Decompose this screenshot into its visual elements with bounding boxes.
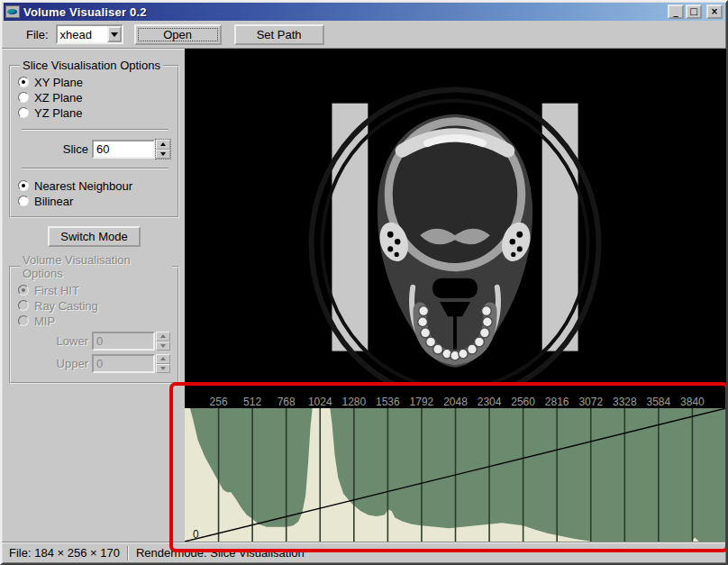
lower-spin-down-button [156, 342, 170, 351]
histogram-tick-label: 1024 [308, 396, 332, 408]
radio-xz-plane[interactable]: XZ Plane [18, 90, 172, 105]
upper-spin-up-button [156, 354, 170, 364]
histogram-tick-label: 2048 [443, 396, 468, 408]
chevron-down-icon [111, 32, 118, 37]
histogram-tick-label: 768 [278, 396, 296, 408]
lower-input: 0 [92, 332, 155, 351]
upper-input: 0 [92, 354, 155, 373]
radio-xy-plane[interactable]: XY Plane [18, 75, 172, 89]
control-panel: Slice Visualisation Options XY Plane XZ … [2, 49, 185, 542]
volume-options-group: Volume Visualisation Options First HIT R… [9, 253, 179, 384]
histogram-zero-label: 0 [193, 528, 199, 541]
separator [22, 129, 168, 131]
histogram-axis-labels: 2565127681024128015361792204823042560281… [185, 386, 726, 408]
arrow-up-icon [160, 334, 166, 338]
radio-icon [18, 180, 29, 191]
render-viewport[interactable]: 2565127681024128015361792204823042560281… [185, 49, 726, 542]
histogram-tick-label: 1536 [376, 396, 400, 408]
open-button[interactable]: Open [134, 24, 222, 45]
status-separator [127, 546, 129, 560]
radio-icon [18, 300, 29, 311]
arrow-down-icon [160, 152, 166, 156]
status-render-mode: Rendermode: Slice Visualisation [136, 546, 305, 560]
minimize-icon: _ [674, 7, 678, 16]
file-combobox-value: xhead [58, 28, 107, 41]
slice-label: Slice [63, 142, 88, 156]
app-icon [5, 5, 20, 18]
histogram-tick-label: 1280 [341, 396, 366, 408]
file-combobox[interactable]: xhead [56, 24, 123, 44]
histogram-tick-label: 3072 [578, 396, 603, 408]
radio-icon [18, 107, 29, 118]
slice-spin-buttons [156, 140, 170, 159]
close-icon: × [711, 7, 718, 16]
lower-spin-up-button [156, 332, 170, 342]
ct-slice-image [185, 49, 726, 386]
radio-bilinear[interactable]: Bilinear [18, 194, 172, 208]
histogram-tick-label: 3840 [680, 396, 705, 408]
upper-spinner-row: Upper 0 [18, 354, 170, 373]
radio-icon [18, 77, 29, 87]
radio-mip: MIP [18, 314, 172, 328]
histogram-panel[interactable]: 2565127681024128015361792204823042560281… [185, 386, 726, 542]
radio-icon [18, 315, 29, 326]
histogram-chart [185, 408, 726, 542]
set-path-button[interactable]: Set Path [234, 24, 324, 45]
radio-icon [18, 285, 29, 296]
app-window: Volume Visualiser 0.2 _ □ × File: xhead … [0, 0, 728, 565]
radio-yz-plane[interactable]: YZ Plane [18, 105, 172, 120]
minimize-button[interactable]: _ [668, 5, 684, 19]
slice-spinner-row: Slice 60 [18, 140, 170, 159]
histogram-tick-label: 3328 [613, 396, 637, 408]
slice-spin-down-button[interactable] [156, 150, 170, 159]
close-button[interactable]: × [706, 5, 723, 19]
histogram-tick-label: 2560 [511, 396, 535, 408]
title-bar[interactable]: Volume Visualiser 0.2 _ □ × [4, 3, 724, 21]
slice-spin-up-button[interactable] [156, 140, 170, 150]
status-bar: File: 184 × 256 × 170 Rendermode: Slice … [2, 542, 726, 563]
slice-options-group: Slice Visualisation Options XY Plane XZ … [9, 59, 179, 218]
histogram-tick-label: 512 [243, 396, 261, 408]
radio-first-hit: First HIT [18, 283, 172, 297]
histogram-plot[interactable]: 0 [185, 408, 726, 542]
lower-spinner-row: Lower 0 [18, 332, 170, 351]
upper-label: Upper [57, 357, 88, 370]
histogram-tick-label: 3584 [647, 396, 671, 408]
arrow-down-icon [160, 367, 166, 370]
arrow-up-icon [160, 357, 166, 360]
arrow-down-icon [160, 344, 166, 348]
arrow-up-icon [160, 142, 166, 146]
radio-nearest-neighbour[interactable]: Nearest Neighbour [18, 178, 172, 193]
slice-input[interactable]: 60 [92, 140, 155, 159]
volume-options-title: Volume Visualisation Options [20, 253, 172, 280]
lower-label: Lower [57, 334, 88, 348]
upper-spin-down-button [156, 364, 170, 374]
separator [22, 168, 168, 169]
file-label: File: [26, 28, 49, 41]
histogram-tick-label: 256 [210, 396, 228, 408]
histogram-tick-label: 1792 [410, 396, 434, 408]
histogram-tick-label: 2304 [478, 396, 502, 408]
histogram-tick-label: 2816 [545, 396, 569, 408]
combobox-dropdown-button[interactable] [107, 26, 122, 42]
radio-icon [18, 92, 29, 103]
radio-ray-casting: Ray Casting [18, 298, 172, 313]
window-title: Volume Visualiser 0.2 [23, 5, 666, 19]
upper-spin-buttons [156, 354, 170, 373]
main-area: Slice Visualisation Options XY Plane XZ … [2, 49, 726, 542]
slice-options-title: Slice Visualisation Options [20, 59, 163, 72]
switch-mode-button[interactable]: Switch Mode [48, 226, 141, 247]
toolbar: File: xhead Open Set Path [2, 21, 726, 49]
lower-spin-buttons [156, 332, 170, 351]
maximize-button[interactable]: □ [686, 5, 702, 19]
status-file-info: File: 184 × 256 × 170 [9, 546, 120, 560]
radio-icon [18, 196, 29, 206]
maximize-icon: □ [689, 7, 697, 16]
